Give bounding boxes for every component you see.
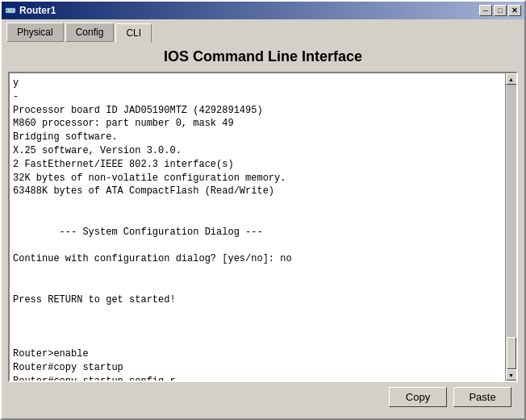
title-bar: Router1 ─ □ ✕	[2, 2, 524, 19]
page-title: IOS Command Line Interface	[8, 48, 518, 65]
terminal-output[interactable]: y - Processor board ID JAD05190MTZ (4292…	[10, 73, 505, 380]
tab-config[interactable]: Config	[65, 23, 115, 42]
scroll-thumb[interactable]	[507, 337, 516, 369]
svg-point-2	[9, 10, 10, 11]
close-button[interactable]: ✕	[508, 5, 521, 16]
router-icon	[5, 5, 16, 16]
minimize-button[interactable]: ─	[479, 5, 492, 16]
terminal-scroll-area: y - Processor board ID JAD05190MTZ (4292…	[10, 73, 505, 380]
scroll-up-button[interactable]: ▲	[506, 73, 517, 85]
window-title: Router1	[19, 5, 56, 16]
scroll-track[interactable]	[507, 85, 516, 369]
terminal-container: y - Processor board ID JAD05190MTZ (4292…	[8, 72, 518, 382]
window-controls: ─ □ ✕	[479, 5, 521, 16]
scroll-down-button[interactable]: ▼	[506, 369, 517, 380]
tab-cli[interactable]: CLI	[115, 23, 152, 43]
copy-button[interactable]: Copy	[389, 387, 447, 407]
paste-button[interactable]: Paste	[453, 387, 511, 407]
svg-point-1	[6, 10, 8, 11]
svg-point-3	[11, 10, 13, 11]
tab-bar: Physical Config CLI	[2, 19, 524, 42]
content-area: IOS Command Line Interface y - Processor…	[2, 42, 524, 418]
main-window: Router1 ─ □ ✕ Physical Config CLI IOS Co…	[0, 0, 526, 420]
maximize-button[interactable]: □	[494, 5, 507, 16]
scrollbar: ▲ ▼	[505, 73, 516, 380]
button-bar: Copy Paste	[8, 382, 518, 412]
tab-physical[interactable]: Physical	[6, 23, 64, 42]
